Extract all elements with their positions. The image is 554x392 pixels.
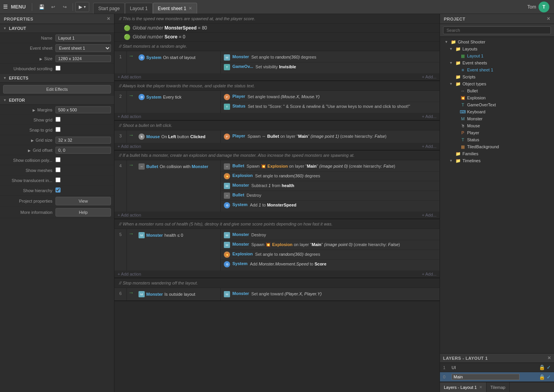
collision-checkbox[interactable] [55,157,61,162]
menu-button[interactable]: ☰ MENU [0,4,30,10]
play-button[interactable]: ▶▾ [75,2,89,12]
comment-2: // Start monsters at a random angle. [114,42,440,51]
tree-mouse[interactable]: 🖱 Mouse [440,122,554,129]
add-action-btn-5[interactable]: + Add... [422,272,436,276]
tree-layouts[interactable]: ▼ 📁 Layouts [440,45,554,52]
event-arrow-6: → [127,290,135,296]
status-icon-2: T [224,104,230,110]
monster-icon-1: M [224,54,230,61]
layer-name-main[interactable] [452,374,537,380]
add-action-btn-2[interactable]: + Add... [422,114,436,119]
view-button[interactable]: View [55,197,111,205]
action-item-2-2: T Status Set text to "Score: " & Score &… [221,102,440,111]
tree-event-sheets[interactable]: ▼ 📁 Event sheets [440,59,554,66]
hierarchy-checkbox[interactable] [55,187,61,193]
tree-layout1[interactable]: ▦ Layout 1 [440,52,554,59]
tree-gameovertext[interactable]: T GameOverText [440,101,554,108]
project-close[interactable]: ✕ [547,16,551,21]
snap-grid-checkbox[interactable] [55,127,61,132]
explosion-icon: 💥 [460,95,466,101]
tab-event-sheet1[interactable]: Event sheet 1 ✕ [153,3,197,14]
grid-offset-label: ▶ Grid offset [6,148,55,153]
undo-icon[interactable]: ↩ [48,2,59,12]
bottom-tab-layers[interactable]: Layers - Layout 1 ✕ [440,382,486,392]
search-input[interactable] [443,26,551,34]
add-condition-4[interactable]: + Add action [118,213,141,217]
grid-offset-input[interactable] [55,147,111,154]
layers-close[interactable]: ✕ [547,356,551,361]
add-action-btn-1[interactable]: + Add... [422,75,436,79]
add-condition-3[interactable]: + Add action [118,144,141,149]
help-button[interactable]: Help [55,208,111,217]
layer-visible-ui[interactable]: ✓ [547,364,551,370]
keyboard-icon: ⌨ [460,109,466,114]
tab-start-page[interactable]: Start page [93,3,125,14]
add-condition-1[interactable]: + Add action [118,75,141,79]
margins-input[interactable] [55,106,111,113]
add-condition-5[interactable]: + Add action [118,272,141,276]
properties-title: PROPERTIES [4,17,33,21]
tab-event-sheet1-close[interactable]: ✕ [189,6,192,11]
tree-keyboard[interactable]: ⌨ Keyboard [440,108,554,115]
tree-object-types[interactable]: ▼ 📁 Object types [440,80,554,87]
event-sheet-select[interactable]: Event sheet 1 [55,44,111,52]
layer-name-main-input[interactable] [452,374,519,380]
edit-effects-button[interactable]: Edit Effects [3,85,111,94]
condition-item-6: M Monster Is outside layout [135,290,220,299]
tree-families[interactable]: 📁 Families [440,150,554,157]
layout-section-header[interactable]: ▼ LAYOUT [0,24,114,33]
translucent-checkbox[interactable] [55,177,61,182]
collision-row: Show collision poly... [0,155,114,165]
system-icon-4: ⚙ [224,202,230,208]
save-icon[interactable]: 💾 [36,2,47,12]
project-props-label: Project properties [6,199,55,203]
hierarchy-row: Show hierarchy [0,186,114,196]
keyboard-label: Keyboard [467,109,485,114]
tree-root[interactable]: ▼ 📁 Ghost Shooter [440,38,554,45]
add-action-btn-3[interactable]: + Add... [422,144,436,149]
tree-tiledbg[interactable]: ▦ TiledBackground [440,143,554,150]
bottom-tab-layers-close[interactable]: ✕ [479,385,482,389]
comment-1: // This is the speed new monsters are sp… [114,14,440,24]
unbounded-checkbox[interactable] [55,66,61,71]
add-row-4: + Add action + Add... [114,212,440,219]
toolbar-icons: 💾 ↩ ↪ ▶▾ [34,2,92,12]
show-grid-row: Show grid [0,115,114,125]
show-grid-checkbox[interactable] [55,117,61,122]
add-row-1: + Add action + Add... [114,73,440,80]
effects-section-title: EFFECTS [9,76,28,80]
name-input[interactable] [55,35,111,42]
bottom-tab-tilemap[interactable]: Tilemap [486,382,510,392]
redo-icon[interactable]: ↪ [59,2,70,12]
layer-lock-main[interactable]: 🔒 [539,374,545,380]
editor-arrow: ▼ [3,98,7,102]
tree-player[interactable]: P Player [440,129,554,136]
tree-status[interactable]: T Status [440,136,554,143]
tab-layout1[interactable]: Layout 1 [125,3,153,14]
user-avatar[interactable]: T [538,2,549,12]
tree-bullet[interactable]: ↔ Bullet [440,87,554,94]
layers-panel: LAYERS - LAYOUT 1 ✕ 1 UI 🔒 ✓ 0 🔒 ✓ [440,353,554,382]
tree-event-sheet1[interactable]: ≡ Event sheet 1 [440,66,554,73]
meshes-row: Show meshes [0,165,114,175]
grid-size-input[interactable] [55,137,111,144]
tree-scripts[interactable]: 📁 Scripts [440,73,554,80]
tree-explosion[interactable]: 💥 Explosion [440,94,554,101]
effects-section-header[interactable]: ▼ EFFECTS [0,74,114,83]
meshes-checkbox[interactable] [55,167,61,172]
size-input[interactable] [55,55,111,62]
editor-section-header[interactable]: ▼ EDITOR [0,96,114,105]
layer-name-ui[interactable]: UI [452,365,537,370]
tree-monster[interactable]: M Monster [440,115,554,122]
layer-lock-ui[interactable]: 🔒 [539,364,545,370]
properties-close[interactable]: ✕ [107,16,111,21]
add-action-btn-4[interactable]: + Add... [422,213,436,217]
monster-icon-4: M [224,183,230,189]
add-condition-2[interactable]: + Add action [118,114,141,119]
translucent-label: Show translucent in... [6,178,55,183]
condition-item-3: 🖱 Mouse On Left button Clicked [135,132,220,141]
layer-visible-main[interactable]: ✓ [547,374,551,380]
tree-timelines[interactable]: ▼ 📁 Timelines [440,157,554,164]
scripts-folder-icon: 📁 [455,74,461,80]
name-label: Name [6,36,55,40]
